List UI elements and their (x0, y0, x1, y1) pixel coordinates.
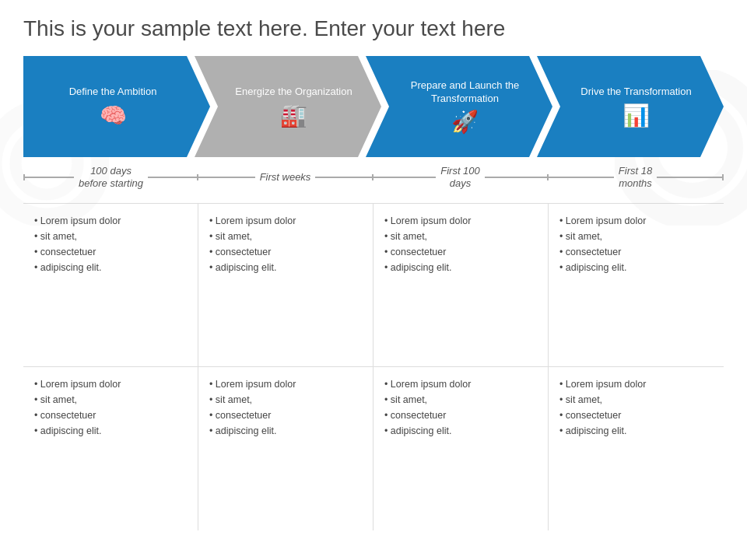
list-item: Lorem ipsum dolor (384, 376, 537, 392)
list-item: consectetuer (209, 244, 362, 260)
main-content: Define the Ambition 🧠 Energize the Organ… (23, 56, 724, 530)
list-item: sit amet, (384, 392, 537, 408)
bullet-list: Lorem ipsum dolor sit amet, consectetuer… (34, 376, 187, 439)
arrow-prepare-icon: 🚀 (451, 111, 479, 133)
timeline-segment-3: First 100 days (374, 165, 549, 191)
content-cell-r2c3: Lorem ipsum dolor sit amet, consectetuer… (374, 367, 549, 530)
content-cell-r2c1: Lorem ipsum dolor sit amet, consectetuer… (23, 367, 198, 530)
content-cell-r1c4: Lorem ipsum dolor sit amet, consectetuer… (549, 204, 724, 367)
arrow-energize-label: Energize the Organization (235, 86, 352, 99)
timeline-segment-2: First weeks (198, 171, 374, 184)
list-item: adipiscing elit. (209, 260, 362, 275)
arrow-define: Define the Ambition 🧠 (23, 56, 210, 157)
timeline-line (148, 177, 197, 178)
bullet-list: Lorem ipsum dolor sit amet, consectetuer… (559, 376, 713, 439)
timeline-line (315, 177, 372, 178)
content-cell-r1c2: Lorem ipsum dolor sit amet, consectetuer… (198, 204, 374, 367)
list-item: Lorem ipsum dolor (34, 376, 187, 392)
list-item: adipiscing elit. (34, 423, 187, 439)
bullet-list: Lorem ipsum dolor sit amet, consectetuer… (384, 376, 537, 439)
list-item: consectetuer (34, 408, 187, 423)
arrow-energize: Energize the Organization 🏭 (195, 56, 381, 157)
timeline-row: 100 days before starting First weeks Fir… (23, 165, 724, 191)
timeline-label-1: 100 days before starting (79, 165, 143, 191)
slide: This is your sample text here. Enter you… (0, 0, 747, 560)
content-cell-r2c2: Lorem ipsum dolor sit amet, consectetuer… (198, 367, 374, 530)
list-item: consectetuer (34, 244, 187, 260)
timeline-line (25, 177, 74, 178)
slide-title: This is your sample text here. Enter you… (23, 16, 724, 42)
list-item: consectetuer (209, 408, 362, 423)
list-item: adipiscing elit. (34, 260, 187, 275)
list-item: adipiscing elit. (384, 260, 537, 275)
timeline-tick (722, 174, 724, 180)
bullet-list: Lorem ipsum dolor sit amet, consectetuer… (209, 213, 362, 275)
arrow-define-label: Define the Ambition (69, 86, 157, 99)
arrows-container: Define the Ambition 🧠 Energize the Organ… (23, 56, 724, 157)
timeline-line (374, 177, 436, 178)
content-grid: Lorem ipsum dolor sit amet, consectetuer… (23, 203, 724, 530)
content-cell-r2c4: Lorem ipsum dolor sit amet, consectetuer… (549, 367, 724, 530)
content-cell-r1c1: Lorem ipsum dolor sit amet, consectetuer… (23, 204, 198, 367)
timeline-line (657, 177, 722, 178)
list-item: sit amet, (559, 229, 713, 244)
arrow-drive-icon: 📊 (622, 105, 650, 127)
list-item: consectetuer (384, 244, 537, 260)
list-item: sit amet, (384, 229, 537, 244)
list-item: Lorem ipsum dolor (384, 213, 537, 229)
bullet-list: Lorem ipsum dolor sit amet, consectetuer… (559, 213, 713, 275)
bullet-list: Lorem ipsum dolor sit amet, consectetuer… (209, 376, 362, 439)
list-item: adipiscing elit. (559, 260, 713, 275)
content-cell-r1c3: Lorem ipsum dolor sit amet, consectetuer… (374, 204, 549, 367)
list-item: Lorem ipsum dolor (559, 376, 713, 392)
timeline-line (198, 177, 255, 178)
list-item: adipiscing elit. (559, 423, 713, 439)
list-item: sit amet, (209, 229, 362, 244)
arrow-drive-label: Drive the Transformation (580, 86, 691, 99)
timeline-segment-1: 100 days before starting (23, 165, 198, 191)
list-item: sit amet, (34, 229, 187, 244)
timeline-segment-4: First 18 months (549, 165, 724, 191)
arrow-prepare: Prepare and Launch the Transformation 🚀 (366, 56, 552, 157)
list-item: Lorem ipsum dolor (559, 213, 713, 229)
arrow-prepare-label: Prepare and Launch the Transformation (389, 79, 541, 106)
list-item: sit amet, (559, 392, 713, 408)
list-item: consectetuer (559, 244, 713, 260)
list-item: consectetuer (559, 408, 713, 423)
bullet-list: Lorem ipsum dolor sit amet, consectetuer… (34, 213, 187, 275)
list-item: Lorem ipsum dolor (209, 376, 362, 392)
timeline-label-4: First 18 months (619, 165, 652, 191)
list-item: adipiscing elit. (384, 423, 537, 439)
list-item: sit amet, (34, 392, 187, 408)
timeline-label-3: First 100 days (440, 165, 480, 191)
list-item: sit amet, (209, 392, 362, 408)
list-item: consectetuer (384, 408, 537, 423)
timeline-line (549, 177, 614, 178)
arrow-energize-icon: 🏭 (280, 105, 307, 127)
list-item: Lorem ipsum dolor (209, 213, 362, 229)
timeline-label-2: First weeks (260, 171, 311, 184)
arrow-define-icon: 🧠 (100, 105, 127, 127)
bullet-list: Lorem ipsum dolor sit amet, consectetuer… (384, 213, 537, 275)
list-item: adipiscing elit. (209, 423, 362, 439)
arrow-drive: Drive the Transformation 📊 (537, 56, 724, 157)
timeline-line (485, 177, 547, 178)
list-item: Lorem ipsum dolor (34, 213, 187, 229)
